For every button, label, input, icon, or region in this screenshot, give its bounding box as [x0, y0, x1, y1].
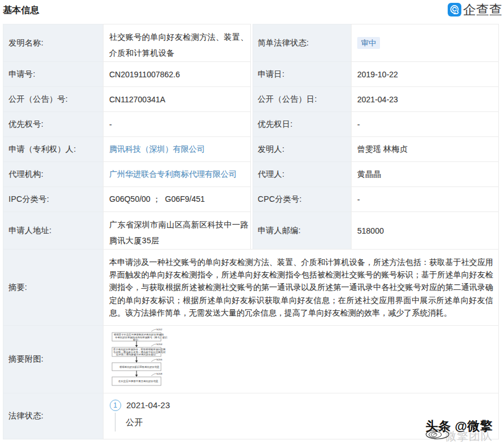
- svg-text:S206: S206: [156, 358, 163, 361]
- svg-text:S202: S202: [156, 328, 163, 331]
- svg-text:应的第二通讯录确定的单向好友标识: 应的第二通讯录确定的单向好友标识: [116, 352, 156, 356]
- svg-text:S204: S204: [156, 343, 163, 346]
- svg-text:S208: S208: [156, 372, 163, 375]
